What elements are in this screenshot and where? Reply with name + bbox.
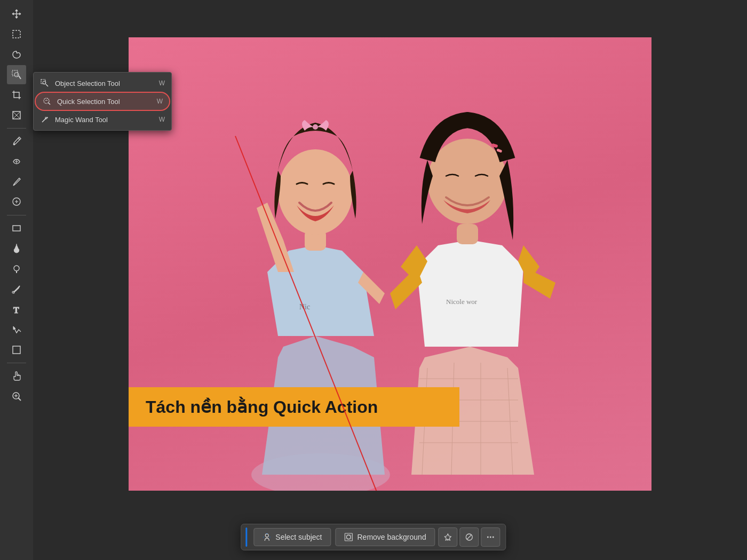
no-icon-button[interactable]: [460, 527, 479, 547]
toolbar-separator-3: [7, 363, 26, 363]
menu-item-object-selection[interactable]: Object Selection Tool W: [34, 75, 171, 92]
svg-text:T: T: [13, 306, 19, 315]
annotation-banner: Tách nền bằng Quick Action: [129, 387, 459, 427]
svg-rect-0: [13, 30, 20, 38]
svg-point-2: [14, 73, 19, 77]
move-tool[interactable]: [7, 4, 26, 23]
magic-wand-icon: [40, 115, 50, 124]
svg-point-34: [265, 534, 268, 537]
frame-tool[interactable]: [7, 106, 26, 125]
lasso-tool[interactable]: [7, 45, 26, 64]
svg-point-23: [313, 124, 318, 130]
object-selection-icon: [40, 78, 50, 88]
path-selection-tool[interactable]: [7, 320, 26, 339]
menu-item-quick-selection-label: Quick Selection Tool: [57, 98, 152, 106]
menu-item-magic-wand-shortcut: W: [159, 116, 165, 123]
toolbar-separator-2: [7, 215, 26, 215]
svg-line-39: [467, 535, 472, 539]
svg-rect-13: [13, 346, 20, 354]
menu-item-magic-wand[interactable]: Magic Wand Tool W: [34, 111, 171, 128]
context-menu: Object Selection Tool W Quick Selection …: [33, 72, 172, 131]
more-options-button[interactable]: [481, 527, 500, 547]
gradient-tool[interactable]: [7, 239, 26, 258]
remove-background-label: Remove background: [357, 533, 426, 541]
svg-text:Nicole wor: Nicole wor: [446, 298, 478, 306]
remove-background-icon: [344, 533, 353, 541]
action-bar-divider: [245, 527, 247, 547]
rectangle-outline-tool[interactable]: [7, 340, 26, 359]
svg-point-42: [492, 537, 494, 538]
no-icon: [466, 533, 473, 541]
svg-point-22: [278, 149, 353, 235]
svg-rect-25: [457, 224, 478, 244]
svg-line-17: [19, 398, 21, 401]
hand-tool[interactable]: [7, 366, 26, 386]
menu-item-quick-selection-shortcut: W: [157, 98, 163, 105]
svg-rect-7: [13, 226, 20, 231]
select-subject-icon: [263, 533, 271, 541]
object-selection-tool[interactable]: [7, 65, 26, 84]
action-bar: Select subject Remove background: [241, 524, 506, 550]
menu-item-quick-selection[interactable]: Quick Selection Tool W: [36, 93, 169, 110]
svg-text:Nic: Nic: [299, 303, 310, 311]
canvas-image: Nic: [129, 37, 651, 491]
svg-point-6: [13, 143, 15, 145]
marquee-tool[interactable]: [7, 25, 26, 44]
svg-point-8: [14, 266, 19, 271]
annotation-text: Tách nền bằng Quick Action: [146, 397, 378, 417]
text-tool[interactable]: T: [7, 300, 26, 319]
remove-background-button[interactable]: Remove background: [335, 528, 435, 546]
menu-item-object-selection-label: Object Selection Tool: [55, 79, 154, 87]
rectangle-shape-tool[interactable]: [7, 219, 26, 238]
zoom-tool[interactable]: [7, 387, 26, 406]
svg-point-41: [490, 537, 491, 538]
clone-stamp-tool[interactable]: [7, 193, 26, 212]
pen-tool[interactable]: [7, 279, 26, 299]
svg-marker-12: [13, 326, 15, 330]
svg-point-40: [487, 537, 489, 538]
crop-tool[interactable]: [7, 85, 26, 105]
left-toolbar: T: [0, 0, 33, 560]
toolbar-separator: [7, 128, 26, 129]
more-options-icon: [487, 536, 495, 538]
select-subject-button[interactable]: Select subject: [253, 528, 331, 546]
menu-item-magic-wand-label: Magic Wand Tool: [55, 116, 154, 124]
brush-tool[interactable]: [7, 172, 26, 191]
canvas-wrapper: Nic: [129, 37, 651, 491]
menu-item-object-selection-shortcut: W: [159, 79, 165, 87]
healing-brush-tool[interactable]: [7, 152, 26, 171]
svg-rect-35: [345, 533, 352, 541]
dodge-tool[interactable]: [7, 259, 26, 278]
quick-selection-icon: [42, 97, 52, 106]
eyedropper-tool[interactable]: [7, 132, 26, 151]
pin-button[interactable]: [439, 527, 458, 547]
pin-icon: [444, 533, 452, 541]
select-subject-label: Select subject: [275, 533, 322, 541]
